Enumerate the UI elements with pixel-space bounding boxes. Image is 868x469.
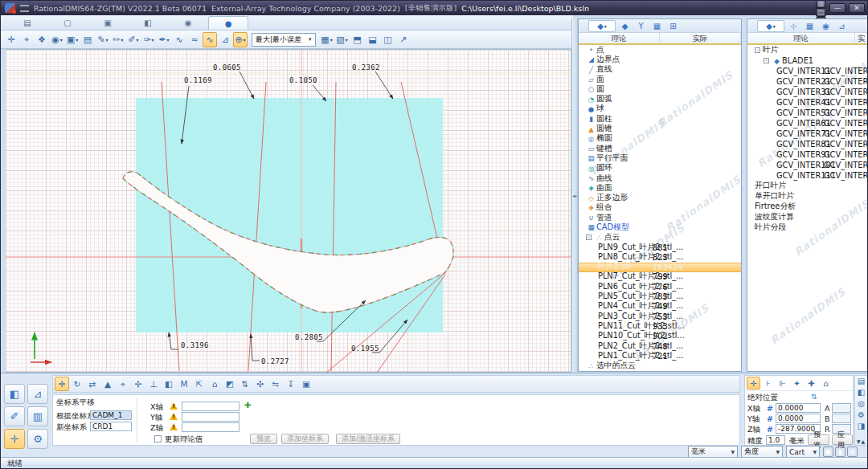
blade-tab-icon[interactable]: ◆▾ <box>757 20 784 32</box>
tree-row[interactable]: GCV_INTER61 GCV_INTER61 <box>747 118 868 128</box>
menu-icon[interactable] <box>20 5 29 12</box>
measure-circle-icon[interactable]: ✐▾ <box>126 32 141 47</box>
tree-row[interactable]: ● 球 <box>579 104 741 114</box>
tree-row[interactable]: GCV_INTER101 GCV_INTER101 <box>747 160 868 170</box>
length-unit-select[interactable]: 毫米▼ <box>688 446 738 458</box>
grid-tab-icon[interactable]: ⊞ <box>666 20 680 32</box>
tree-row[interactable]: PLN9_Cut_叶片2.stl_... 881 <box>579 243 741 252</box>
probe-tab-icon[interactable]: Y <box>634 20 648 32</box>
csys-fixture-icon[interactable]: ◩ <box>223 377 237 391</box>
caliper-button[interactable]: ⊿ <box>27 384 48 404</box>
tree-row[interactable]: PLN1_Cut_叶片2.stl_... 721 <box>579 351 741 361</box>
report-save-icon[interactable]: ⬒ <box>350 32 365 47</box>
view-orient-icon[interactable]: ◉▾ <box>50 32 64 47</box>
jog-absolute-icon[interactable]: ✛ <box>747 377 760 389</box>
tree-row[interactable]: GCV_INTER41 GCV_INTER41 <box>747 97 868 108</box>
tree-row[interactable]: ◈ 曲面 <box>579 183 741 193</box>
machine-tools-button[interactable]: ⚙ <box>27 429 48 449</box>
csys-save-icon[interactable]: ↧ <box>284 377 298 391</box>
preview-button[interactable]: 预览 <box>808 434 829 445</box>
tree-row[interactable]: GCV_INTER71 GCV_INTER71 <box>747 128 868 139</box>
tree-row[interactable]: PLN6_Cut_叶片2.stl_... 776 <box>579 282 741 292</box>
tree-row[interactable]: ○ 圆 <box>579 84 741 94</box>
color-map-icon[interactable]: ∿ <box>203 32 217 47</box>
csys-origin-icon[interactable]: ⌖ <box>116 377 130 391</box>
save-session-icon[interactable]: ◫ <box>816 8 826 17</box>
tree-row[interactable]: ◎ 圆环 <box>579 164 741 173</box>
b-field[interactable] <box>832 414 851 423</box>
tree-row[interactable]: ∪ 管道 <box>579 213 741 222</box>
probe-button[interactable]: ✐ <box>4 406 25 426</box>
csys-rotate-icon[interactable]: ↻ <box>70 377 84 391</box>
tree-row[interactable]: ▱ 面 <box>579 75 741 84</box>
joystick-icon[interactable]: ✦ <box>790 377 804 389</box>
probe-model-button[interactable]: ◧ <box>4 384 25 404</box>
tree-row[interactable]: ╱ 直线 <box>579 65 741 75</box>
csys-axis-point-icon[interactable]: ✢ <box>131 377 145 391</box>
tree-row[interactable]: ∿ 曲线 <box>579 173 741 183</box>
measure-line-icon[interactable]: ✏▾ <box>111 32 125 47</box>
column-actual[interactable]: 实际 <box>660 33 741 43</box>
scan-section-icon[interactable]: ≈ <box>187 32 202 47</box>
tree-row[interactable]: GCV_INTER31 GCV_INTER31 <box>747 87 868 97</box>
close-button[interactable]: ✕ <box>849 3 865 13</box>
new-csys-field[interactable]: CRD1 <box>90 422 132 431</box>
deviation-icon[interactable]: ⊿ <box>218 32 232 47</box>
tree-row[interactable]: ▲ 圆锥 <box>579 124 741 133</box>
tree-row[interactable]: PLN4_Cut_叶片2.stl_... 749 <box>579 302 741 312</box>
a-field[interactable] <box>832 403 851 413</box>
measure-point-icon[interactable]: ✎▾ <box>96 32 110 47</box>
view-cube-icon[interactable]: ◨ <box>858 422 865 430</box>
add-position-icon[interactable]: ✚ <box>805 377 818 389</box>
tree-row[interactable]: • 点 <box>579 45 741 55</box>
align-tab-icon[interactable]: ⊿ <box>835 20 849 32</box>
tree-row[interactable]: ▤ 平行平面 <box>579 153 741 163</box>
csys-matrix-icon[interactable]: M <box>177 377 191 391</box>
tree-row[interactable]: Firtree分析 <box>747 202 868 212</box>
plus-icon[interactable]: ✚ <box>244 401 251 410</box>
csys-offset-icon[interactable]: ⇱ <box>192 377 207 391</box>
tree-row[interactable]: - 叶片 <box>747 45 868 55</box>
grid-tab-icon[interactable]: ▦ <box>803 20 817 32</box>
measure-plane-icon[interactable]: ✑▾ <box>141 32 156 47</box>
tree-row[interactable]: ▭ 键槽 <box>579 144 741 153</box>
settings-gear-icon[interactable]: ⚙ <box>858 410 865 419</box>
scan-curve-icon[interactable]: ∿ <box>172 32 186 47</box>
csys-321-icon[interactable]: ⊥ <box>146 377 161 391</box>
zoom-window-icon[interactable]: ⌖ <box>19 32 34 47</box>
tree-row[interactable]: GCV_INTER51 GCV_INTER51 <box>747 108 868 118</box>
report-export-icon[interactable]: ▧▾ <box>335 32 350 47</box>
tree-row[interactable]: GCV_INTER21 GCV_INTER21 <box>747 76 868 87</box>
tree-row[interactable]: GCV_INTER81 GCV_INTER81 <box>747 139 868 149</box>
tree-row[interactable]: ◢ 边界点 <box>579 55 741 64</box>
tree-row[interactable]: 开口叶片 <box>747 181 868 191</box>
y-position-field[interactable]: 0.0000 <box>776 414 821 423</box>
expander-icon[interactable]: - <box>764 58 769 63</box>
column-theory[interactable]: 理论 <box>579 33 660 43</box>
screen-icon[interactable]: ▤ <box>80 32 95 47</box>
report-send-icon[interactable]: ◫ <box>381 32 395 47</box>
precision-field[interactable]: 1.0 <box>766 435 785 445</box>
pan-hand-icon[interactable]: ❖ <box>35 32 49 47</box>
capture-icon[interactable]: ▣▾ <box>65 32 80 47</box>
csys-level-icon[interactable]: ⇅ <box>238 377 252 391</box>
report-import-icon[interactable]: ⬓ <box>366 32 380 47</box>
tab-pointcloud[interactable]: ● <box>208 16 248 30</box>
tab-analysis[interactable]: ◉ <box>168 16 208 30</box>
column-actual[interactable]: 实 <box>855 33 868 43</box>
dro-status-icon[interactable]: ⊞ <box>847 447 858 457</box>
home-icon[interactable]: ⌂ <box>819 377 833 389</box>
tree-row[interactable]: PLN2_Cut_叶片2.stl_... 748 <box>579 341 741 351</box>
camera-tab-icon[interactable]: ◉ <box>819 20 833 32</box>
y-axis-input[interactable] <box>182 412 240 422</box>
box-tab-icon[interactable]: ▦ <box>650 20 664 32</box>
report-run-icon[interactable]: ↗ <box>396 32 411 47</box>
cad-tab-icon[interactable]: ◆ <box>618 20 632 32</box>
csys-cad-align-icon[interactable]: ⌂ <box>207 377 222 391</box>
csys-bestfit-icon[interactable]: ▲ <box>100 377 115 391</box>
csys-copy-icon[interactable]: ▣ <box>299 377 313 391</box>
expander-icon[interactable]: - <box>586 234 592 240</box>
jog-relative-icon[interactable]: ⊦ <box>761 377 775 389</box>
tree-row[interactable]: - ∴ 点云 <box>579 233 741 243</box>
tree-row[interactable]: PLN11_Cut_叶片2.stl... 933 <box>579 321 741 331</box>
